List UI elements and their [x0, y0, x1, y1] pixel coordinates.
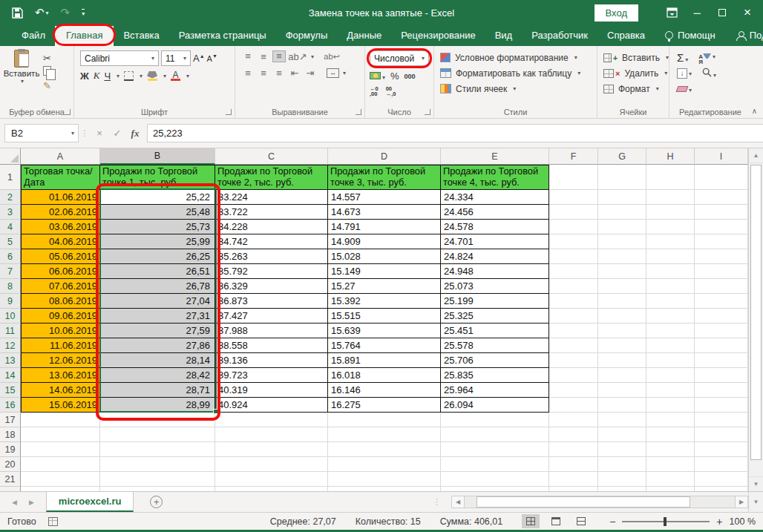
clear-button[interactable]: ▾	[677, 84, 692, 94]
cell-F20[interactable]	[549, 457, 598, 472]
cell-A16[interactable]: 15.06.2019	[21, 398, 100, 413]
cell-F9[interactable]	[549, 294, 598, 309]
cell-F21[interactable]	[549, 472, 598, 487]
italic-button[interactable]: К	[94, 70, 100, 82]
cell-F14[interactable]	[549, 368, 598, 383]
cell-E5[interactable]: 24.701	[441, 234, 549, 249]
save-icon[interactable]	[12, 7, 23, 19]
cell-H7[interactable]	[646, 264, 695, 279]
cell-C9[interactable]: 36.873	[215, 294, 328, 309]
tab-page-layout[interactable]: Разметка страницы	[169, 26, 276, 46]
cell-D4[interactable]: 14.791	[328, 220, 441, 234]
cell-G11[interactable]	[598, 324, 646, 338]
autosum-button[interactable]: Σ▾	[677, 51, 688, 64]
tab-view[interactable]: Вид	[485, 26, 523, 46]
cell-B1[interactable]: Продажи по Торговой точке 1, тыс. руб.	[100, 165, 215, 190]
column-header-A[interactable]: A	[21, 148, 100, 165]
sort-filter-button[interactable]: АЯ▾	[698, 50, 715, 65]
cell-C21[interactable]	[215, 472, 328, 487]
row-header-19[interactable]: 19	[0, 442, 21, 457]
tab-scroll-splitter[interactable]: ⋮	[433, 497, 451, 507]
cell-G2[interactable]	[598, 190, 646, 205]
cell-H12[interactable]	[646, 338, 695, 353]
cell-G17[interactable]	[598, 413, 646, 427]
cell-I18[interactable]	[695, 427, 748, 442]
cell-B15[interactable]: 28,71	[100, 383, 215, 398]
maximize-button[interactable]	[710, 0, 735, 25]
cell-C5[interactable]: 34.742	[215, 234, 328, 249]
cell-B7[interactable]: 26,51	[100, 264, 215, 279]
align-top-button[interactable]: ≡	[241, 50, 255, 62]
comma-style-button[interactable]: 000	[405, 73, 416, 80]
cell-F2[interactable]	[549, 190, 598, 205]
cell-D17[interactable]	[328, 413, 441, 427]
cell-A15[interactable]: 14.06.2019	[21, 383, 100, 398]
cell-B11[interactable]: 27,59	[100, 324, 215, 338]
row-header-21[interactable]: 21	[0, 472, 21, 487]
row-header-18[interactable]: 18	[0, 427, 21, 442]
cell-F8[interactable]	[549, 279, 598, 294]
conditional-formatting-button[interactable]: Условное форматирование▾	[440, 50, 597, 65]
select-all-corner[interactable]	[0, 148, 21, 165]
cell-B2[interactable]: 25,22	[100, 190, 215, 205]
collapse-ribbon-button[interactable]: ∧	[752, 107, 757, 115]
zoom-in-button[interactable]: +	[716, 516, 722, 528]
dialog-launcher-clipboard[interactable]	[65, 109, 71, 115]
cell-H8[interactable]	[646, 279, 695, 294]
cell-A6[interactable]: 05.06.2019	[21, 249, 100, 264]
cell-F1[interactable]	[549, 165, 598, 190]
insert-cells-button[interactable]: + Вставить▾	[603, 50, 669, 65]
row-header-8[interactable]: 8	[0, 279, 21, 294]
row-header-9[interactable]: 9	[0, 294, 21, 309]
sign-in-button[interactable]: Вход	[595, 4, 638, 22]
cell-E15[interactable]: 25.964	[441, 383, 549, 398]
cell-E18[interactable]	[441, 427, 549, 442]
cell-C14[interactable]: 39.723	[215, 368, 328, 383]
wrap-text-button[interactable]: ab↩	[322, 50, 341, 62]
decrease-font-button[interactable]: А▼	[207, 53, 217, 63]
cell-G7[interactable]	[598, 264, 646, 279]
cell-A8[interactable]: 07.06.2019	[21, 279, 100, 294]
cell-A21[interactable]	[21, 472, 100, 487]
cell-A9[interactable]: 08.06.2019	[21, 294, 100, 309]
cell-G8[interactable]	[598, 279, 646, 294]
cell-D22[interactable]	[328, 487, 441, 491]
vertical-scrollbar[interactable]: ▲ ▼	[748, 148, 763, 491]
cell-D5[interactable]: 14.909	[328, 234, 441, 249]
row-header-15[interactable]: 15	[0, 383, 21, 398]
cell-E6[interactable]: 24.824	[441, 249, 549, 264]
cell-E4[interactable]: 24.578	[441, 220, 549, 234]
add-sheet-button[interactable]: +	[150, 496, 163, 508]
tab-insert[interactable]: Вставка	[114, 26, 168, 46]
cell-H11[interactable]	[646, 324, 695, 338]
cell-G14[interactable]	[598, 368, 646, 383]
row-header-20[interactable]: 20	[0, 457, 21, 472]
cell-B3[interactable]: 25,48	[100, 205, 215, 220]
scroll-left-arrow[interactable]: ◀	[451, 496, 465, 508]
cell-B22[interactable]	[100, 487, 215, 491]
align-middle-button[interactable]: ≡	[257, 50, 270, 62]
cell-I8[interactable]	[695, 279, 748, 294]
column-header-F[interactable]: F	[549, 148, 598, 165]
row-header-10[interactable]: 10	[0, 309, 21, 324]
number-format-combo[interactable]: Числовой▾	[370, 50, 429, 66]
cell-C8[interactable]: 36.329	[215, 279, 328, 294]
cell-A18[interactable]	[21, 427, 100, 442]
macro-record-icon[interactable]	[48, 517, 58, 526]
cell-C11[interactable]: 37.988	[215, 324, 328, 338]
cell-C17[interactable]	[215, 413, 328, 427]
redo-icon[interactable]: ↷	[61, 6, 71, 19]
row-header-6[interactable]: 6	[0, 249, 21, 264]
row-header-11[interactable]: 11	[0, 324, 21, 338]
cell-D13[interactable]: 15.891	[328, 353, 441, 368]
cell-C10[interactable]: 37.427	[215, 309, 328, 324]
cell-C1[interactable]: Продажи по Торговой точке 2, тыс. руб.	[215, 165, 328, 190]
column-header-B[interactable]: B	[100, 148, 215, 165]
horizontal-scroll-track[interactable]	[465, 496, 735, 508]
cell-F11[interactable]	[549, 324, 598, 338]
cell-D9[interactable]: 15.392	[328, 294, 441, 309]
cell-F13[interactable]	[549, 353, 598, 368]
cell-I6[interactable]	[695, 249, 748, 264]
cell-I9[interactable]	[695, 294, 748, 309]
find-select-button[interactable]: ▾	[702, 68, 716, 79]
